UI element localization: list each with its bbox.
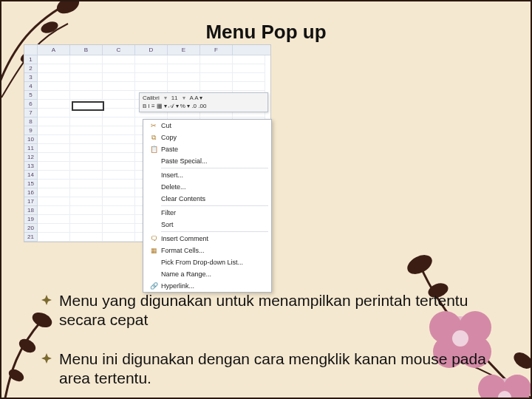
grid-cell [70,197,103,206]
grid-cell [200,73,233,82]
context-menu-label: Clear Contents [161,195,205,202]
grid-cell [168,73,200,82]
context-menu-item[interactable]: Name a Range... [143,268,271,280]
bullet-item: Menu yang digunakan untuk menampilkan pe… [41,291,501,330]
grid-cell [135,64,168,73]
grid-cell [103,64,135,73]
row-header: 21 [24,233,38,242]
context-menu-item[interactable]: 🗨Insert Comment [143,233,271,245]
grid-cell [38,162,70,171]
slide-title: Menu Pop up [1,21,531,44]
grid-cell [103,100,135,109]
context-menu-item[interactable]: Pick From Drop-down List... [143,256,271,268]
row-header: 16 [24,188,38,197]
grid-cell [233,82,265,91]
grid-cell [38,171,70,180]
row-header: 14 [24,171,38,180]
column-header-row: A B C D E F [24,45,270,55]
context-menu-item[interactable]: ▦Format Cells... [143,245,271,256]
grid-cell [70,180,103,188]
grid-row: 3 [24,73,270,82]
grid-cell [70,73,103,82]
bullet-list: Menu yang digunakan untuk menampilkan pe… [41,291,501,399]
context-menu-divider [161,205,268,206]
grid-cell [135,73,168,82]
row-header: 13 [24,162,38,171]
context-menu-label: Insert Comment [161,235,208,242]
grid-cell [200,82,233,91]
context-menu-divider [161,168,268,168]
context-menu-item[interactable]: Sort [143,219,271,231]
row-header: 20 [24,224,38,233]
col-header: C [103,45,135,55]
grid-cell [38,144,70,153]
context-menu-item[interactable]: Paste Special... [143,155,271,167]
mini-toolbar-line2: B I ≡ ▦ ▾ 𝒜 ▾ % ▾ .0 .00 [143,103,206,110]
grid-cell [200,55,233,64]
grid-cell [135,55,168,64]
grid-cell [70,162,103,171]
mini-toolbar: Calibri ▾ 11 ▾ A A ▾ B I ≡ ▦ ▾ 𝒜 ▾ % ▾ .… [139,92,268,112]
grid-cell [168,82,200,91]
menu-item-icon: 🗨 [146,233,161,244]
menu-item-icon-empty [146,156,161,166]
context-menu-label: Format Cells... [161,247,205,254]
svg-point-5 [7,366,26,383]
context-menu-label: Insert... [161,171,183,179]
grid-cell [103,126,135,135]
grid-cell [103,224,135,233]
context-menu-item[interactable]: Filter [143,207,271,219]
grid-cell [38,91,70,100]
context-menu-item[interactable]: Delete... [143,181,271,193]
grid-cell [70,206,103,215]
grid-cell [70,144,103,153]
context-menu-label: Paste [161,146,178,153]
grid-cell [103,55,135,64]
excel-screenshot: A B C D E F 1234567891011121314151617181… [24,44,271,242]
grid-cell [70,126,103,135]
context-menu-divider [161,231,268,232]
menu-item-icon: ▦ [146,245,161,256]
grid-cell [70,82,103,91]
row-header: 5 [24,91,38,100]
grid-cell [70,64,103,73]
context-menu-label: Paste Special... [161,157,208,165]
menu-item-icon: 🔗 [146,281,161,291]
context-menu-item[interactable]: ⧉Copy [143,132,271,143]
grid-cell [70,100,103,109]
grid-cell [38,197,70,206]
grid-cell [103,162,135,171]
context-menu-item[interactable]: 🔗Hyperlink... [143,280,271,292]
popup-context-menu: ✂Cut⧉Copy📋PastePaste Special...Insert...… [143,119,272,293]
grid-row: 1 [24,55,270,64]
svg-point-14 [503,375,531,399]
context-menu-item[interactable]: ✂Cut [143,120,271,132]
menu-item-icon-empty [146,208,161,218]
context-menu-item[interactable]: 📋Paste [143,143,271,155]
grid-cell [38,224,70,233]
grid-cell [38,153,70,162]
grid-cell [38,135,70,144]
context-menu-label: Cut [161,122,171,129]
grid-cell [103,215,135,224]
grid-cell [70,117,103,126]
grid-cell [38,215,70,224]
row-header: 18 [24,206,38,215]
row-header: 9 [24,126,38,135]
row-header: 2 [24,64,38,73]
svg-point-4 [17,336,38,355]
context-menu-item[interactable]: Clear Contents [143,193,271,205]
grid-cell [70,188,103,197]
row-header: 19 [24,215,38,224]
menu-item-icon: 📋 [146,144,161,154]
grid-cell [38,233,70,242]
menu-item-icon-empty [146,170,161,180]
context-menu-item[interactable]: Insert... [143,169,271,181]
col-header: B [70,45,103,55]
grid-cell [38,117,70,126]
context-menu-label: Pick From Drop-down List... [161,259,243,266]
grid-cell [103,153,135,162]
svg-point-0 [54,0,81,17]
grid-cell [70,153,103,162]
menu-item-icon: ⧉ [146,132,161,143]
